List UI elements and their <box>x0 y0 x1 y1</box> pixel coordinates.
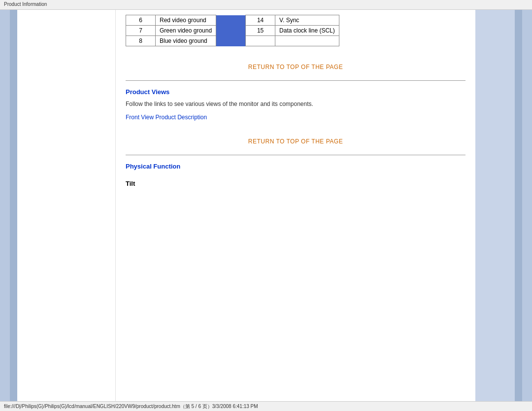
table-divider <box>216 36 246 46</box>
main-content: 6Red video ground14V. Sync7Green video g… <box>116 10 475 401</box>
sidebar-left <box>0 10 17 401</box>
sidebar-right <box>515 10 532 401</box>
table-cell <box>275 36 339 46</box>
table-divider <box>216 26 246 36</box>
table-cell: 15 <box>246 26 275 36</box>
section-divider-1 <box>126 80 466 81</box>
status-bar: file:///D|/Philips(G)/Philips(G)/lcd/man… <box>0 401 532 411</box>
pin-table: 6Red video ground14V. Sync7Green video g… <box>126 15 339 46</box>
page-info-label: Product Information <box>4 1 47 7</box>
table-cell: 8 <box>126 36 156 46</box>
table-cell: Red video ground <box>156 15 216 26</box>
tilt-heading: Tilt <box>126 180 466 187</box>
table-cell: Blue video ground <box>156 36 216 46</box>
physical-function-title: Physical Function <box>126 163 466 170</box>
return-to-top-link-1[interactable]: RETURN TO TOP OF THE PAGE <box>126 56 466 78</box>
table-cell: 14 <box>246 15 275 26</box>
product-views-title: Product Views <box>126 88 466 96</box>
return-to-top-link-2[interactable]: RETURN TO TOP OF THE PAGE <box>126 131 466 152</box>
product-views-description: Follow the links to see various views of… <box>126 101 466 107</box>
table-divider <box>216 15 246 26</box>
table-cell: Data clock line (SCL) <box>275 26 339 36</box>
right-extra-panel <box>475 10 515 401</box>
left-nav-panel <box>17 10 116 401</box>
table-cell <box>246 36 275 46</box>
product-views-section: Product Views Follow the links to see va… <box>126 88 466 131</box>
physical-function-section: Physical Function Tilt <box>126 163 466 187</box>
table-cell: 7 <box>126 26 156 36</box>
table-cell: Green video ground <box>156 26 216 36</box>
front-view-link[interactable]: Front View Product Description <box>126 114 207 121</box>
table-cell: 6 <box>126 15 156 26</box>
table-cell: V. Sync <box>275 15 339 26</box>
section-divider-2 <box>126 155 466 155</box>
top-bar: Product Information <box>0 0 532 10</box>
status-bar-text: file:///D|/Philips(G)/Philips(G)/lcd/man… <box>4 404 258 409</box>
